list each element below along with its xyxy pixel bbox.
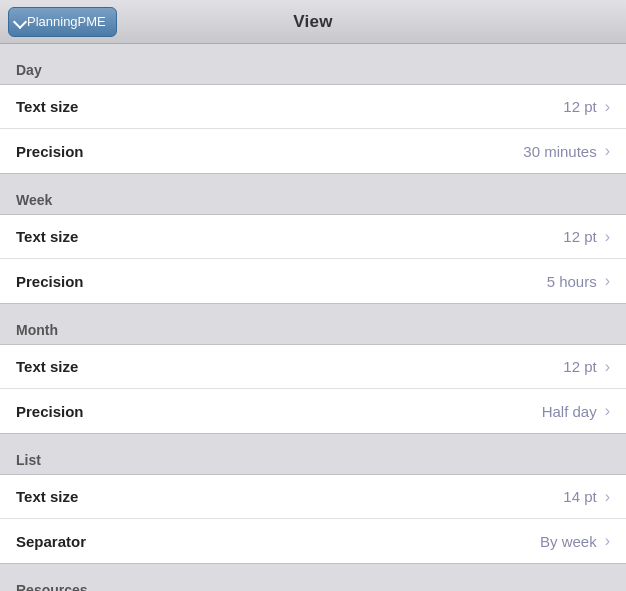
label-day-precision: Precision [16, 143, 84, 160]
row-right-list-text-size: 14 pt› [563, 488, 610, 506]
section-group-month: Text size12 pt›PrecisionHalf day› [0, 344, 626, 434]
section-header-day: Day [0, 44, 626, 84]
chevron-icon-day-precision: › [605, 142, 610, 160]
row-day-precision[interactable]: Precision30 minutes› [0, 129, 626, 173]
row-right-day-text-size: 12 pt› [563, 98, 610, 116]
row-day-text-size[interactable]: Text size12 pt› [0, 85, 626, 129]
label-month-text-size: Text size [16, 358, 78, 375]
section-group-day: Text size12 pt›Precision30 minutes› [0, 84, 626, 174]
chevron-icon-month-text-size: › [605, 358, 610, 376]
label-day-text-size: Text size [16, 98, 78, 115]
row-right-month-text-size: 12 pt› [563, 358, 610, 376]
chevron-icon-day-text-size: › [605, 98, 610, 116]
row-month-precision[interactable]: PrecisionHalf day› [0, 389, 626, 433]
label-week-precision: Precision [16, 273, 84, 290]
row-right-day-precision: 30 minutes› [523, 142, 610, 160]
section-header-resources: Resources [0, 564, 626, 591]
row-right-week-text-size: 12 pt› [563, 228, 610, 246]
row-right-list-separator: By week› [540, 532, 610, 550]
section-header-week: Week [0, 174, 626, 214]
value-week-precision: 5 hours [547, 273, 597, 290]
row-week-text-size[interactable]: Text size12 pt› [0, 215, 626, 259]
chevron-icon-month-precision: › [605, 402, 610, 420]
chevron-icon-week-precision: › [605, 272, 610, 290]
value-month-precision: Half day [542, 403, 597, 420]
label-week-text-size: Text size [16, 228, 78, 245]
section-header-list: List [0, 434, 626, 474]
chevron-icon-list-text-size: › [605, 488, 610, 506]
section-group-list: Text size14 pt›SeparatorBy week› [0, 474, 626, 564]
row-right-month-precision: Half day› [542, 402, 610, 420]
section-group-week: Text size12 pt›Precision5 hours› [0, 214, 626, 304]
value-list-text-size: 14 pt [563, 488, 596, 505]
chevron-icon-list-separator: › [605, 532, 610, 550]
row-right-week-precision: 5 hours› [547, 272, 610, 290]
value-month-text-size: 12 pt [563, 358, 596, 375]
label-list-separator: Separator [16, 533, 86, 550]
label-month-precision: Precision [16, 403, 84, 420]
row-list-text-size[interactable]: Text size14 pt› [0, 475, 626, 519]
value-list-separator: By week [540, 533, 597, 550]
chevron-icon-week-text-size: › [605, 228, 610, 246]
section-header-month: Month [0, 304, 626, 344]
title-bar: PlanningPME View [0, 0, 626, 44]
content-area: DayText size12 pt›Precision30 minutes›We… [0, 44, 626, 591]
value-week-text-size: 12 pt [563, 228, 596, 245]
row-list-separator[interactable]: SeparatorBy week› [0, 519, 626, 563]
value-day-precision: 30 minutes [523, 143, 596, 160]
back-button[interactable]: PlanningPME [8, 7, 117, 37]
label-list-text-size: Text size [16, 488, 78, 505]
value-day-text-size: 12 pt [563, 98, 596, 115]
row-month-text-size[interactable]: Text size12 pt› [0, 345, 626, 389]
page-title: View [293, 12, 333, 32]
row-week-precision[interactable]: Precision5 hours› [0, 259, 626, 303]
